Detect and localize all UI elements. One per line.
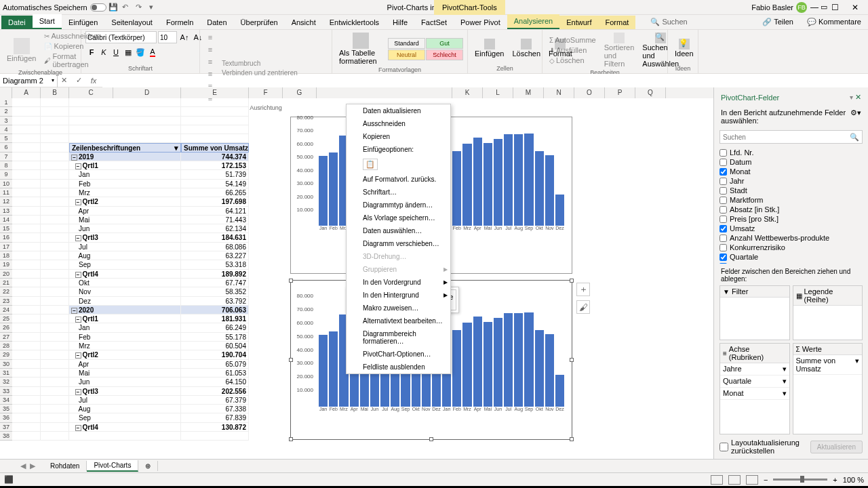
values-zone[interactable]: Σ Werte Summe von Umsatz▾	[793, 343, 863, 434]
increase-font-icon[interactable]: A↑	[178, 31, 191, 43]
field-item[interactable]: Preis [pro Stk.]	[719, 214, 863, 224]
zoom-slider[interactable]	[773, 479, 827, 481]
tab-factset[interactable]: FactSet	[414, 16, 454, 29]
field-item[interactable]: Stadt	[719, 186, 863, 195]
copy-button[interactable]: 📄 Kopieren	[41, 41, 100, 51]
menu-item[interactable]: Makro zuweisen…	[347, 302, 450, 314]
menu-item[interactable]: Feldliste ausblenden	[347, 361, 450, 373]
minimize-button[interactable]: —	[804, 1, 825, 14]
format-table-button[interactable]: Als Tabelle formatieren	[336, 31, 385, 66]
name-box[interactable]: Diagramm 2▾	[0, 74, 58, 87]
tab-formulas[interactable]: Formeln	[159, 16, 200, 29]
font-color-button[interactable]: A	[146, 46, 159, 58]
menu-item[interactable]: Diagramm verschieben…	[347, 237, 450, 250]
autosave-toggle[interactable]	[90, 3, 106, 12]
insert-cells-button[interactable]: Einfügen	[472, 37, 507, 59]
tab-devtools[interactable]: Entwicklertools	[323, 16, 386, 29]
fields-minimize-icon[interactable]: ▾	[850, 94, 853, 101]
comments-button[interactable]: 💬 Kommentare	[800, 15, 868, 29]
share-button[interactable]: 🔗 Teilen	[755, 15, 800, 29]
tab-powerpivot[interactable]: Power Pivot	[454, 16, 507, 29]
zoom-in-button[interactable]: +	[833, 476, 837, 484]
tab-layout[interactable]: Seitenlayout	[104, 16, 159, 29]
paste-button[interactable]: Einfügen	[4, 37, 39, 64]
legend-zone[interactable]: ▦ Legende (Reihe)	[793, 285, 863, 340]
field-item[interactable]: Datum	[719, 157, 863, 167]
menu-item[interactable]: In den Vordergrund▶	[347, 276, 450, 289]
menu-item[interactable]: Diagrammtyp ändern…	[347, 199, 450, 211]
style-gut[interactable]: Gut	[426, 38, 463, 49]
fx-icon[interactable]: fx	[87, 74, 100, 87]
save-icon[interactable]: 💾	[108, 3, 118, 12]
macro-record-icon[interactable]: ⬛	[4, 475, 14, 484]
field-item[interactable]: Lfd. Nr.	[719, 148, 863, 157]
font-size-combo[interactable]	[158, 31, 177, 43]
menu-item[interactable]: Daten auswählen…	[347, 224, 450, 237]
redo-icon[interactable]: ↷	[136, 3, 145, 12]
defer-layout-checkbox[interactable]	[719, 443, 728, 451]
autosum-button[interactable]: Σ AutoSumme	[547, 35, 599, 45]
tab-help[interactable]: Hilfe	[386, 16, 414, 29]
border-button[interactable]: ▦	[122, 46, 134, 58]
menu-item[interactable]: Auf Formatvorl. zurücks.	[347, 173, 450, 186]
tab-format[interactable]: Format	[599, 16, 636, 29]
ideas-button[interactable]: 💡Ideen	[672, 37, 696, 59]
menu-item[interactable]: Als Vorlage speichern…	[347, 211, 450, 224]
undo-icon[interactable]: ↶	[122, 3, 132, 12]
sheet-tab-pivotcharts[interactable]: Pivot-Charts	[87, 460, 138, 472]
tab-data[interactable]: Daten	[200, 16, 233, 29]
menu-item[interactable]: Alternativtext bearbeiten…	[347, 314, 450, 327]
sheet-tab-rohdaten[interactable]: Rohdaten	[43, 461, 87, 471]
new-sheet-button[interactable]: ⊕	[138, 461, 158, 471]
fill-button[interactable]: ⬇ Ausfüllen	[547, 45, 599, 55]
zoom-level[interactable]: 100 %	[843, 476, 864, 484]
merge-button[interactable]: Verbinden und zentrieren	[219, 68, 300, 77]
underline-button[interactable]: U	[110, 46, 122, 58]
menu-item[interactable]: Einfügeoptionen:	[347, 143, 450, 156]
cut-button[interactable]: ✂ Ausschneiden	[41, 31, 100, 41]
zoom-out-button[interactable]: −	[764, 476, 768, 484]
field-item[interactable]: Umsatz	[719, 224, 863, 233]
field-item[interactable]: Marktform	[719, 195, 863, 205]
sheet-nav-next[interactable]: ▶	[30, 462, 35, 470]
tab-file[interactable]: Datei	[1, 16, 33, 29]
tab-design[interactable]: Entwurf	[559, 16, 598, 29]
search-input[interactable]	[723, 134, 850, 141]
delete-cells-button[interactable]: Löschen	[509, 37, 543, 59]
update-button[interactable]: Aktualisieren	[810, 441, 863, 453]
style-schlecht[interactable]: Schlecht	[426, 49, 463, 60]
menu-item[interactable]: PivotChart-Optionen…	[347, 348, 450, 361]
cancel-formula-icon[interactable]: ✕	[58, 74, 70, 87]
tab-view[interactable]: Ansicht	[285, 16, 323, 29]
fields-search[interactable]: 🔍	[719, 130, 863, 144]
field-item[interactable]: Konkurrenzrisiko	[719, 243, 863, 252]
format-painter-button[interactable]: 🖌 Format übertragen	[41, 52, 100, 69]
fields-layout-icon[interactable]: ⚙▾	[850, 108, 861, 125]
tab-insert[interactable]: Einfügen	[62, 16, 104, 29]
sheet-nav-prev[interactable]: ◀	[20, 462, 26, 470]
style-standard[interactable]: Standard	[388, 38, 425, 49]
style-neutral[interactable]: Neutral	[388, 49, 425, 60]
qat-dropdown-icon[interactable]: ▾	[149, 3, 159, 12]
clear-button[interactable]: ◇ Löschen	[547, 56, 599, 65]
chart-elements-button[interactable]: ＋	[576, 283, 590, 296]
tab-analyze[interactable]: Analysieren	[507, 14, 559, 29]
normal-view-button[interactable]	[711, 475, 723, 485]
field-item[interactable]: Quartale	[719, 252, 863, 262]
menu-item[interactable]: Kopieren	[347, 130, 450, 143]
menu-item[interactable]: In den Hintergrund▶	[347, 289, 450, 302]
menu-item[interactable]: Diagrammbereich formatieren…	[347, 327, 450, 348]
axis-zone[interactable]: ≡ Achse (Rubriken) Jahre▾ Quartale▾ Mona…	[719, 343, 790, 434]
fields-close-icon[interactable]: ✕	[855, 93, 861, 101]
field-item[interactable]: Jahr	[719, 176, 863, 186]
chart-styles-button[interactable]: 🖌	[576, 300, 590, 314]
tab-review[interactable]: Überprüfen	[234, 16, 285, 29]
menu-item[interactable]: Ausschneiden	[347, 117, 450, 130]
page-layout-button[interactable]	[728, 475, 741, 485]
field-item[interactable]: Absatz [in Stk.]	[719, 205, 863, 214]
maximize-button[interactable]: ☐	[825, 1, 845, 14]
tab-start[interactable]: Start	[33, 14, 62, 29]
fill-color-button[interactable]: 🪣	[134, 46, 146, 58]
menu-item[interactable]: 3D-Drehung…	[347, 250, 450, 263]
page-break-button[interactable]	[746, 475, 758, 485]
